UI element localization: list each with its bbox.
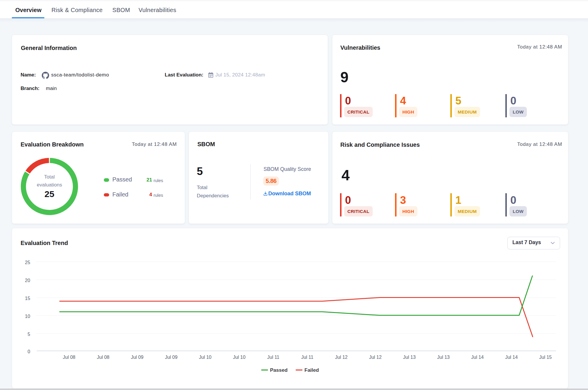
- svg-text:Jul 15: Jul 15: [539, 355, 552, 360]
- svg-text:Jul 12: Jul 12: [369, 355, 382, 360]
- svg-text:Jul 09: Jul 09: [131, 355, 144, 360]
- svg-text:Passed: Passed: [270, 367, 288, 373]
- svg-text:Jul 10: Jul 10: [199, 355, 211, 360]
- svg-text:20: 20: [25, 278, 30, 283]
- svg-text:Jul 11: Jul 11: [301, 355, 314, 360]
- svg-text:5: 5: [28, 332, 30, 337]
- svg-text:Jul 08: Jul 08: [97, 355, 109, 360]
- svg-text:Jul 08: Jul 08: [63, 355, 76, 360]
- svg-text:Jul 13: Jul 13: [437, 355, 450, 360]
- svg-text:0: 0: [28, 349, 30, 354]
- svg-text:Jul 09: Jul 09: [165, 355, 178, 360]
- svg-text:10: 10: [25, 314, 30, 319]
- svg-text:15: 15: [25, 296, 30, 301]
- svg-text:25: 25: [25, 260, 30, 265]
- svg-text:Jul 10: Jul 10: [233, 355, 246, 360]
- svg-text:Failed: Failed: [304, 367, 319, 373]
- svg-text:Jul 14: Jul 14: [471, 355, 484, 360]
- svg-text:Jul 11: Jul 11: [267, 355, 279, 360]
- svg-text:Jul 13: Jul 13: [403, 355, 416, 360]
- svg-text:Jul 14: Jul 14: [505, 355, 518, 360]
- svg-text:Jul 12: Jul 12: [335, 355, 348, 360]
